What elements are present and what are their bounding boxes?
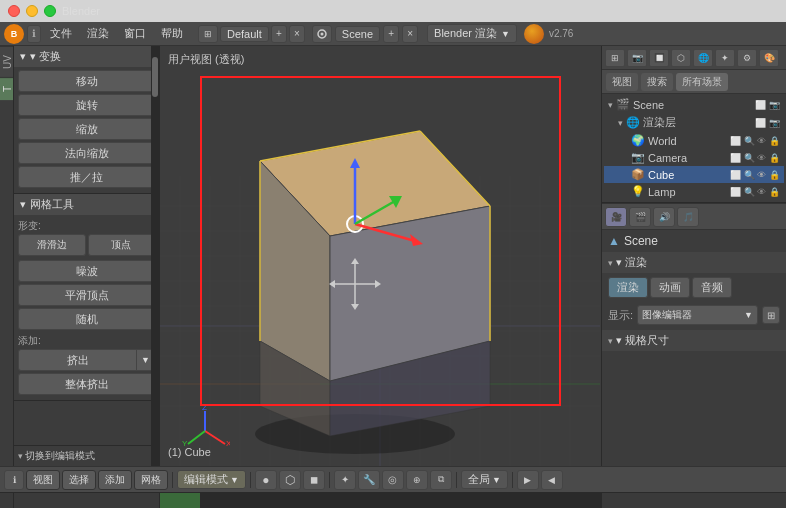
- deform-label: 形变:: [18, 218, 155, 234]
- axis-button[interactable]: ⊕: [406, 470, 428, 490]
- workspace-name[interactable]: Default: [220, 26, 269, 42]
- right-icon-btn-b[interactable]: ◀: [541, 470, 563, 490]
- tree-item-world[interactable]: 🌍 World ⬜ 🔍 👁 🔒: [604, 132, 784, 149]
- menu-window[interactable]: 窗口: [118, 25, 152, 42]
- scrollbar-thumb[interactable]: [152, 57, 158, 97]
- info-icon: ℹ: [30, 28, 38, 39]
- menu-file[interactable]: 文件: [44, 25, 78, 42]
- menu-help[interactable]: 帮助: [155, 25, 189, 42]
- camera-right-icons: ⬜ 🔍 👁 🔒: [730, 153, 780, 163]
- noise-button[interactable]: 噪波: [18, 260, 155, 282]
- close-scene-button[interactable]: ×: [402, 25, 418, 43]
- mesh-tools-header[interactable]: ▾ 网格工具: [14, 194, 159, 215]
- slide-edge-button[interactable]: 滑滑边: [18, 234, 86, 256]
- tab-search[interactable]: 搜索: [641, 73, 673, 91]
- blender-sphere-logo: [524, 24, 544, 44]
- props-scene-button[interactable]: 🎬: [629, 207, 651, 227]
- timeline-area[interactable]: [160, 493, 601, 508]
- props-audio-button[interactable]: 🔊: [653, 207, 675, 227]
- left-panel-scrollbar[interactable]: [151, 46, 159, 466]
- minimize-window-button[interactable]: [26, 5, 38, 17]
- add-menu-button[interactable]: 添加: [98, 470, 132, 490]
- audio-button[interactable]: 音频: [692, 277, 732, 298]
- display-value-selector[interactable]: 图像编辑器 ▼: [637, 305, 758, 325]
- scale-button[interactable]: 缩放: [18, 118, 155, 140]
- transform-section: ▾ ▾ 变换 移动 旋转 缩放 法向缩放 推／拉: [14, 46, 159, 194]
- maximize-window-button[interactable]: [44, 5, 56, 17]
- random-button[interactable]: 随机: [18, 308, 155, 330]
- add-scene-button[interactable]: +: [383, 25, 399, 43]
- vertex-mode-button[interactable]: ●: [255, 470, 277, 490]
- right-icon-btn-2[interactable]: 📷: [627, 49, 647, 67]
- viewport-canvas[interactable]: [160, 46, 601, 466]
- mesh-menu-button[interactable]: 网格: [134, 470, 168, 490]
- snap-button[interactable]: 🔧: [358, 470, 380, 490]
- global-selector[interactable]: 全局 ▼: [461, 470, 508, 489]
- timeline-cursor: [160, 493, 200, 508]
- close-workspace-button[interactable]: ×: [289, 25, 305, 43]
- menu-render[interactable]: 渲染: [81, 25, 115, 42]
- transform-header[interactable]: ▾ ▾ 变换: [14, 46, 159, 67]
- right-icon-btn-a[interactable]: ▶: [517, 470, 539, 490]
- global-arrow: ▼: [492, 475, 501, 485]
- right-icon-btn-8[interactable]: 🎨: [759, 49, 779, 67]
- proportional-button[interactable]: ◎: [382, 470, 404, 490]
- scene-selector[interactable]: Scene: [335, 26, 380, 42]
- tab-all-scenes[interactable]: 所有场景: [676, 73, 728, 91]
- props-render-button[interactable]: 🎥: [605, 207, 627, 227]
- move-button[interactable]: 移动: [18, 70, 155, 92]
- face-mode-button[interactable]: ◼: [303, 470, 325, 490]
- vertex-button[interactable]: 顶点: [88, 234, 156, 256]
- right-icon-btn-4[interactable]: ⬡: [671, 49, 691, 67]
- viewport[interactable]: 用户视图 (透视): [160, 46, 601, 466]
- display-label: 显示:: [608, 308, 633, 323]
- side-tab-tools[interactable]: T: [0, 77, 13, 100]
- edit-mode-selector[interactable]: 编辑模式 ▼: [177, 470, 246, 489]
- extrude-all-button[interactable]: 整体挤出: [18, 373, 155, 395]
- render-section-arrow: ▾: [608, 258, 613, 268]
- smooth-vertex-button[interactable]: 平滑顶点: [18, 284, 155, 306]
- props-music-button[interactable]: 🎵: [677, 207, 699, 227]
- display-icon-btn[interactable]: ⊞: [762, 306, 780, 324]
- render-engine-selector[interactable]: Blender 渲染 ▼: [427, 24, 517, 43]
- render-button[interactable]: 渲染: [608, 277, 648, 298]
- mask-button[interactable]: ⧉: [430, 470, 452, 490]
- add-workspace-button[interactable]: +: [271, 25, 287, 43]
- tree-item-cube[interactable]: 📦 Cube ⬜ 🔍 👁 🔒: [604, 166, 784, 183]
- right-icon-btn-5[interactable]: 🌐: [693, 49, 713, 67]
- edge-mode-button[interactable]: ⬡: [279, 470, 301, 490]
- right-icon-btn-1[interactable]: ⊞: [605, 49, 625, 67]
- view-menu-button[interactable]: 视图: [26, 470, 60, 490]
- tree-item-scene[interactable]: ▾ 🎬 Scene ⬜ 📷: [604, 96, 784, 113]
- rotate-button[interactable]: 旋转: [18, 94, 155, 116]
- display-value-text: 图像编辑器: [642, 308, 692, 322]
- renderlayer-expand-icon: ▾: [618, 118, 623, 128]
- layout-icon[interactable]: ⊞: [198, 25, 218, 43]
- right-icon-btn-7[interactable]: ⚙: [737, 49, 757, 67]
- close-window-button[interactable]: [8, 5, 20, 17]
- animation-button[interactable]: 动画: [650, 277, 690, 298]
- tree-item-lamp[interactable]: 💡 Lamp ⬜ 🔍 👁 🔒: [604, 183, 784, 200]
- info-btn[interactable]: ℹ: [4, 470, 24, 490]
- scale-section-header[interactable]: ▾ ▾ 规格尺寸: [602, 330, 786, 351]
- world-right-icons: ⬜ 🔍 👁 🔒: [730, 136, 780, 146]
- camera-type-icon: 📷: [631, 151, 645, 164]
- sep-2: [250, 472, 251, 488]
- pivot-button[interactable]: ✦: [334, 470, 356, 490]
- render-icon[interactable]: [312, 25, 332, 43]
- extrude-button[interactable]: 挤出: [18, 349, 137, 371]
- tree-item-render-layer[interactable]: ▾ 🌐 渲染层 ⬜ 📷: [604, 113, 784, 132]
- props-scene-label: Scene: [624, 234, 658, 248]
- render-section-header[interactable]: ▾ ▾ 渲染: [602, 252, 786, 273]
- props-scene-icon: ▲: [608, 234, 620, 248]
- select-menu-button[interactable]: 选择: [62, 470, 96, 490]
- tab-view[interactable]: 视图: [606, 73, 638, 91]
- normal-scale-button[interactable]: 法向缩放: [18, 142, 155, 164]
- push-pull-button[interactable]: 推／拉: [18, 166, 155, 188]
- right-icon-btn-6[interactable]: ✦: [715, 49, 735, 67]
- sep-1: [172, 472, 173, 488]
- tree-item-camera[interactable]: 📷 Camera ⬜ 🔍 👁 🔒: [604, 149, 784, 166]
- version-label: v2.76: [549, 28, 573, 39]
- right-icon-btn-3[interactable]: 🔲: [649, 49, 669, 67]
- side-tab-uv[interactable]: UV: [0, 46, 13, 77]
